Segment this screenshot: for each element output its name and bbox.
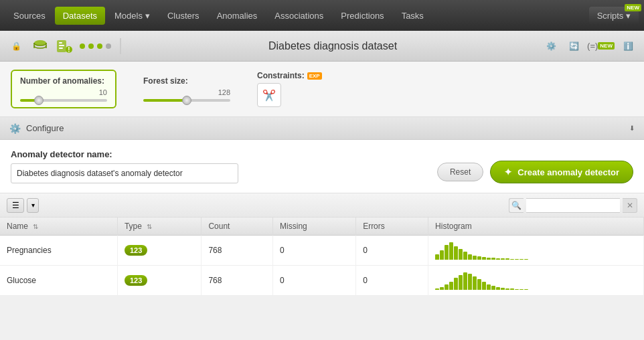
col-missing: Missing bbox=[273, 218, 356, 236]
cell-name: Glucose bbox=[0, 266, 117, 296]
top-navigation: Sources Datasets Models ▾ Clusters Anoma… bbox=[0, 0, 644, 31]
nav-anomalies[interactable]: Anomalies bbox=[209, 7, 266, 25]
anomalies-control: Number of anomalies: 10 bbox=[11, 70, 116, 108]
search-clear-button[interactable]: ✕ bbox=[623, 198, 637, 213]
toolbar-right-icons: ⚙️ 🔄 (=) NEW ℹ️ bbox=[542, 37, 637, 56]
table-header-row: Name ⇅ Type ⇅ Count Missing Errors Histo… bbox=[0, 218, 644, 236]
table-area: ☰ ▾ 🔍 ✕ Name ⇅ Type ⇅ Count Missing Erro… bbox=[0, 193, 644, 296]
formula-btn[interactable]: (=) NEW bbox=[587, 41, 615, 51]
svg-rect-4 bbox=[59, 48, 63, 49]
cell-histogram bbox=[428, 266, 644, 296]
configure-left: ⚙️ Configure bbox=[9, 123, 64, 134]
nav-predictions[interactable]: Predictions bbox=[333, 7, 392, 25]
settings-icon[interactable]: ⚙️ bbox=[542, 37, 560, 56]
forest-slider-container bbox=[143, 99, 230, 102]
cell-errors: 0 bbox=[356, 236, 428, 266]
controls-area: Number of anomalies: 10 Forest size: 128… bbox=[0, 62, 644, 117]
anomalies-slider[interactable] bbox=[20, 99, 107, 102]
reset-button[interactable]: Reset bbox=[437, 163, 483, 181]
refresh-icon[interactable]: 🔄 bbox=[564, 37, 583, 56]
constraints-button[interactable]: ✂️ bbox=[257, 83, 281, 107]
forest-control: Forest size: 128 bbox=[143, 76, 230, 102]
dataset-icon[interactable] bbox=[31, 37, 50, 56]
table-row: Pregnancies12376800 bbox=[0, 236, 644, 266]
constraints-control: Constraints: EXP ✂️ bbox=[257, 71, 322, 107]
configure-bar[interactable]: ⚙️ Configure ⬇ bbox=[0, 117, 644, 140]
exp-badge: EXP bbox=[307, 72, 322, 80]
table-search-input[interactable] bbox=[526, 198, 620, 213]
scripts-button[interactable]: Scripts ▾ NEW bbox=[589, 7, 639, 25]
anomalies-label: Number of anomalies: bbox=[20, 76, 107, 86]
cell-errors: 0 bbox=[356, 266, 428, 296]
nav-models[interactable]: Models ▾ bbox=[106, 7, 158, 25]
col-type[interactable]: Type ⇅ bbox=[117, 218, 201, 236]
cell-missing: 0 bbox=[273, 266, 356, 296]
create-btn-icon: ✦ bbox=[504, 167, 512, 177]
cell-type[interactable]: 123 bbox=[117, 266, 201, 296]
col-errors: Errors bbox=[356, 218, 428, 236]
table-row: Glucose12376800 bbox=[0, 266, 644, 296]
cell-name: Pregnancies bbox=[0, 236, 117, 266]
create-btn-label: Create anomaly detector bbox=[517, 167, 619, 177]
type-sort-icon[interactable]: ⇅ bbox=[147, 223, 152, 230]
search-icon: 🔍 bbox=[509, 198, 524, 213]
configure-chevron-icon: ⬇ bbox=[629, 124, 635, 132]
nav-datasets[interactable]: Datasets bbox=[55, 7, 105, 25]
configure-gear-icon: ⚙️ bbox=[9, 123, 21, 134]
lock-icon: 🔒 bbox=[7, 37, 25, 56]
scripts-new-badge: NEW bbox=[625, 4, 641, 11]
cell-count: 768 bbox=[202, 236, 273, 266]
col-histogram: Histogram bbox=[428, 218, 644, 236]
constraints-label: Constraints: bbox=[257, 71, 305, 80]
nav-associations[interactable]: Associations bbox=[266, 7, 331, 25]
svg-text:!: ! bbox=[68, 46, 70, 54]
progress-dots bbox=[79, 44, 112, 49]
table-search-area: 🔍 ✕ bbox=[509, 198, 637, 213]
name-label: Anomaly detector name: bbox=[11, 149, 426, 159]
forest-slider[interactable] bbox=[143, 99, 230, 102]
configure-label: Configure bbox=[26, 123, 64, 133]
anomaly-icon[interactable]: ! bbox=[55, 37, 74, 56]
data-table: Name ⇅ Type ⇅ Count Missing Errors Histo… bbox=[0, 218, 644, 296]
nav-clusters[interactable]: Clusters bbox=[159, 7, 208, 25]
nav-sources[interactable]: Sources bbox=[5, 7, 54, 25]
name-right: Reset ✦ Create anomaly detector bbox=[437, 161, 633, 183]
table-toolbar: ☰ ▾ 🔍 ✕ bbox=[0, 193, 644, 218]
nav-tasks[interactable]: Tasks bbox=[394, 7, 432, 25]
create-detector-button[interactable]: ✦ Create anomaly detector bbox=[490, 161, 633, 183]
col-name[interactable]: Name ⇅ bbox=[0, 218, 117, 236]
toolbar-divider bbox=[120, 38, 121, 54]
dataset-toolbar: 🔒 ! Diabetes diagnosis dataset ⚙️ 🔄 ( bbox=[0, 31, 644, 62]
dataset-title: Diabetes diagnosis dataset bbox=[129, 40, 536, 52]
anomalies-slider-container bbox=[20, 99, 107, 102]
cell-missing: 0 bbox=[273, 236, 356, 266]
models-arrow-icon: ▾ bbox=[145, 11, 150, 21]
cell-histogram bbox=[428, 236, 644, 266]
formula-new-badge: NEW bbox=[598, 42, 615, 50]
table-view-btn[interactable]: ☰ bbox=[7, 198, 24, 213]
col-count: Count bbox=[202, 218, 273, 236]
forest-label: Forest size: bbox=[143, 76, 230, 86]
svg-rect-3 bbox=[59, 45, 64, 46]
name-sort-icon[interactable]: ⇅ bbox=[33, 223, 38, 230]
info-icon[interactable]: ℹ️ bbox=[619, 37, 637, 56]
table-view-arrow[interactable]: ▾ bbox=[27, 198, 39, 213]
svg-rect-2 bbox=[59, 42, 62, 44]
name-left: Anomaly detector name: bbox=[11, 149, 426, 183]
name-area: Anomaly detector name: Reset ✦ Create an… bbox=[0, 140, 644, 193]
detector-name-input[interactable] bbox=[11, 163, 238, 183]
constraints-label-row: Constraints: EXP bbox=[257, 71, 322, 80]
cell-count: 768 bbox=[202, 266, 273, 296]
cell-type[interactable]: 123 bbox=[117, 236, 201, 266]
